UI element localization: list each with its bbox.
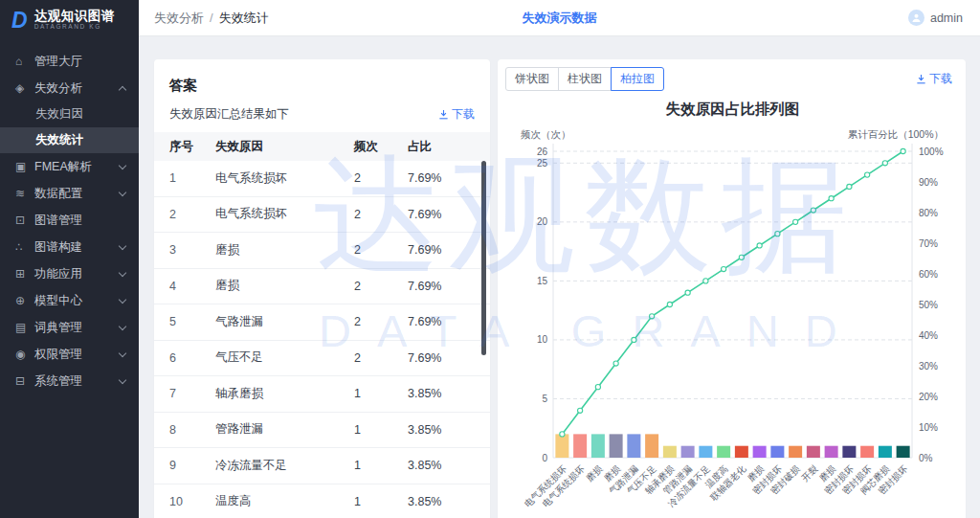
pareto-bar[interactable] bbox=[610, 434, 623, 458]
cumulative-point[interactable] bbox=[739, 255, 744, 259]
cumulative-point[interactable] bbox=[847, 184, 852, 189]
sidebar-item[interactable]: ⊡图谱管理 bbox=[0, 207, 139, 234]
cumulative-point[interactable] bbox=[578, 408, 583, 413]
cumulative-point[interactable] bbox=[613, 361, 618, 366]
pareto-chart: 频次（次）累计百分比（100%）0510152025260%10%20%30%4… bbox=[498, 117, 966, 518]
cumulative-point[interactable] bbox=[632, 337, 636, 342]
chevron-up-icon bbox=[119, 85, 126, 93]
cumulative-point[interactable] bbox=[722, 266, 726, 271]
cumulative-point[interactable] bbox=[901, 148, 905, 153]
sidebar-subitem[interactable]: 失效归因 bbox=[0, 101, 139, 127]
failure-table: 序号 失效原因 频次 占比 1电气系统损坏27.69%2电气系统损坏27.69%… bbox=[154, 132, 490, 518]
pareto-bar[interactable] bbox=[807, 446, 820, 458]
database-icon: ≋ bbox=[15, 187, 34, 200]
app-window: D 达观知识图谱 DATAGRAND KG ⌂管理大厅◈失效分析失效归因失效统计… bbox=[0, 0, 980, 518]
sidebar-item[interactable]: ▣FMEA解析 bbox=[0, 153, 139, 180]
pareto-bar[interactable] bbox=[645, 434, 658, 458]
pareto-bar[interactable] bbox=[681, 446, 695, 458]
cumulative-point[interactable] bbox=[775, 232, 780, 236]
sidebar-item[interactable]: ◉权限管理 bbox=[0, 341, 139, 368]
pareto-bar[interactable] bbox=[897, 446, 910, 458]
col-no: 序号 bbox=[169, 139, 215, 155]
cumulative-point[interactable] bbox=[560, 432, 565, 437]
pareto-bar[interactable] bbox=[753, 446, 767, 458]
sidebar-item[interactable]: ⌂管理大厅 bbox=[0, 48, 139, 75]
chevron-down-icon bbox=[119, 295, 126, 303]
svg-text:累计百分比（100%）: 累计百分比（100%） bbox=[848, 128, 944, 140]
cumulative-point[interactable] bbox=[829, 196, 834, 201]
svg-text:频次（次）: 频次（次） bbox=[521, 128, 571, 140]
home-icon: ⌂ bbox=[15, 55, 34, 68]
cumulative-point[interactable] bbox=[811, 208, 815, 213]
sidebar-item[interactable]: ▤词典管理 bbox=[0, 314, 139, 341]
apps-icon: ⊞ bbox=[15, 267, 34, 281]
chart-download-button[interactable]: 下载 bbox=[916, 71, 952, 87]
cumulative-point[interactable] bbox=[882, 161, 887, 166]
user-menu[interactable]: admin bbox=[908, 10, 963, 26]
brand-logo[interactable]: D 达观知识图谱 DATAGRAND KG bbox=[0, 0, 139, 40]
table-download-button[interactable]: 下载 bbox=[438, 106, 475, 123]
pareto-bar[interactable] bbox=[735, 446, 748, 458]
pareto-bar[interactable] bbox=[555, 434, 568, 458]
pareto-bar[interactable] bbox=[879, 446, 892, 458]
sidebar-subitem[interactable]: 失效统计 bbox=[0, 127, 139, 153]
cumulative-point[interactable] bbox=[667, 302, 672, 306]
user-avatar-icon bbox=[911, 12, 922, 23]
brand-title: 达观知识图谱 bbox=[34, 10, 115, 23]
cumulative-point[interactable] bbox=[865, 172, 870, 177]
svg-text:5: 5 bbox=[542, 394, 547, 404]
chart-type-tabs: 饼状图柱状图柏拉图 bbox=[505, 67, 664, 91]
table-row: 4磨损27.69% bbox=[154, 269, 490, 305]
dataset-link[interactable]: 失效演示数据 bbox=[523, 10, 597, 27]
pareto-bar[interactable] bbox=[663, 446, 677, 458]
pareto-bar[interactable] bbox=[627, 434, 640, 458]
pareto-bar[interactable] bbox=[789, 446, 802, 458]
sidebar-item[interactable]: ⊟系统管理 bbox=[0, 368, 139, 394]
sidebar-item[interactable]: ≋数据配置 bbox=[0, 180, 139, 207]
answer-panel: 答案 失效原因汇总结果如下 下载 序号 失效原因 频次 占比 1电气系统损坏27… bbox=[154, 59, 490, 518]
book-icon: ▤ bbox=[15, 321, 34, 334]
sidebar: D 达观知识图谱 DATAGRAND KG ⌂管理大厅◈失效分析失效归因失效统计… bbox=[0, 0, 139, 518]
pareto-bar[interactable] bbox=[842, 446, 856, 458]
chevron-down-icon bbox=[119, 188, 126, 195]
download-icon bbox=[916, 74, 926, 84]
sidebar-item[interactable]: ◈失效分析 bbox=[0, 75, 139, 101]
pareto-bar[interactable] bbox=[825, 446, 838, 458]
svg-text:15: 15 bbox=[537, 276, 548, 286]
cumulative-point[interactable] bbox=[685, 290, 690, 295]
pareto-bar[interactable] bbox=[860, 446, 874, 458]
cumulative-point[interactable] bbox=[793, 219, 798, 224]
cumulative-point[interactable] bbox=[595, 385, 600, 390]
nodes-icon: ∴ bbox=[15, 240, 34, 254]
cumulative-point[interactable] bbox=[757, 243, 762, 248]
cumulative-point[interactable] bbox=[650, 314, 655, 319]
pareto-bar[interactable] bbox=[591, 434, 605, 458]
chart-tab-柱状图[interactable]: 柱状图 bbox=[558, 67, 612, 91]
cube-icon: ◈ bbox=[15, 81, 34, 95]
table-header-row: 序号 失效原因 频次 占比 bbox=[154, 132, 490, 161]
chevron-down-icon bbox=[119, 161, 126, 169]
svg-text:0%: 0% bbox=[919, 453, 933, 463]
col-reason: 失效原因 bbox=[215, 139, 354, 155]
breadcrumb-parent[interactable]: 失效分析 bbox=[154, 11, 204, 25]
answer-subtitle: 失效原因汇总结果如下 bbox=[169, 106, 289, 123]
table-scrollbar[interactable] bbox=[481, 161, 486, 355]
svg-text:100%: 100% bbox=[919, 146, 944, 157]
pareto-bar[interactable] bbox=[573, 434, 587, 458]
pareto-bar[interactable] bbox=[699, 446, 712, 458]
svg-text:0: 0 bbox=[542, 453, 547, 463]
sidebar-item[interactable]: ∴图谱构建 bbox=[0, 234, 139, 260]
cumulative-point[interactable] bbox=[703, 279, 708, 283]
sidebar-item[interactable]: ⊞功能应用 bbox=[0, 260, 139, 287]
svg-text:磨损: 磨损 bbox=[584, 462, 605, 484]
download-icon bbox=[438, 109, 449, 120]
sidebar-nav: ⌂管理大厅◈失效分析失效归因失效统计▣FMEA解析≋数据配置⊡图谱管理∴图谱构建… bbox=[0, 48, 139, 394]
chart-tab-饼状图[interactable]: 饼状图 bbox=[505, 67, 559, 91]
chart-tab-柏拉图[interactable]: 柏拉图 bbox=[611, 67, 664, 91]
pareto-bar[interactable] bbox=[717, 446, 730, 458]
chevron-down-icon bbox=[119, 268, 126, 276]
pareto-bar[interactable] bbox=[770, 446, 784, 458]
table-row: 2电气系统损坏27.69% bbox=[154, 197, 490, 234]
sidebar-item[interactable]: ⊕模型中心 bbox=[0, 287, 139, 314]
table-row: 9冷冻流量不足13.85% bbox=[154, 448, 490, 484]
